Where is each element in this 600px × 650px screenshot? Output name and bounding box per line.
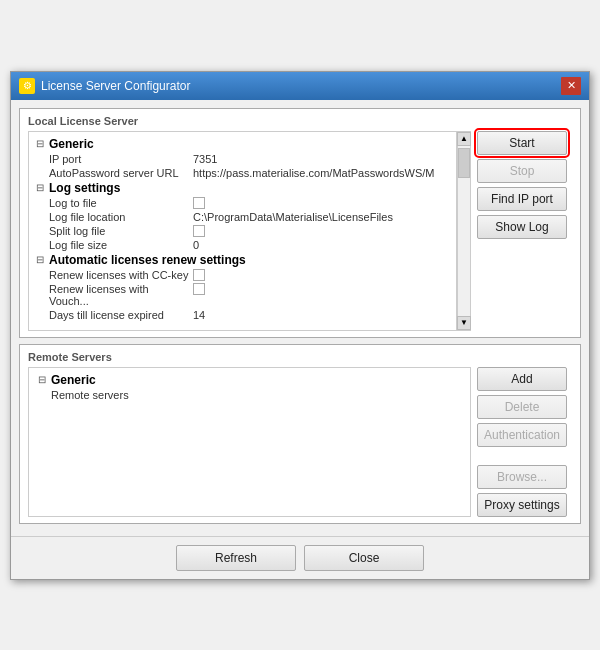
close-icon[interactable]: ✕ bbox=[561, 77, 581, 95]
remote-buttons-col: Add Delete Authentication Browse... Prox… bbox=[477, 367, 572, 517]
generic-toggle[interactable]: ⊟ bbox=[35, 138, 45, 149]
bottom-bar: Refresh Close bbox=[11, 536, 589, 579]
main-window: ⚙ License Server Configurator ✕ Local Li… bbox=[10, 71, 590, 580]
log-file-size-val: 0 bbox=[193, 239, 436, 251]
log-settings-label: Log settings bbox=[49, 181, 120, 195]
window-icon: ⚙ bbox=[19, 78, 35, 94]
titlebar: ⚙ License Server Configurator ✕ bbox=[11, 72, 589, 100]
autopassword-key: AutoPassword server URL bbox=[49, 167, 189, 179]
scroll-thumb[interactable] bbox=[458, 148, 470, 178]
titlebar-left: ⚙ License Server Configurator bbox=[19, 78, 190, 94]
renew-cc-row: Renew licenses with CC-key bbox=[31, 268, 454, 282]
local-license-server-section: Local License Server ⊟ Generic IP port 7… bbox=[19, 108, 581, 338]
ip-port-val: 7351 bbox=[193, 153, 436, 165]
close-button[interactable]: Close bbox=[304, 545, 424, 571]
scroll-down-arrow[interactable]: ▼ bbox=[457, 316, 471, 330]
renew-cc-key: Renew licenses with CC-key bbox=[49, 269, 189, 281]
split-log-row: Split log file bbox=[31, 224, 454, 238]
local-buttons-col: Start Stop Find IP port Show Log bbox=[477, 131, 572, 331]
ip-port-key: IP port bbox=[49, 153, 189, 165]
autopassword-val: https://pass.materialise.com/MatPassword… bbox=[193, 167, 436, 179]
show-log-button[interactable]: Show Log bbox=[477, 215, 567, 239]
renew-vouch-key: Renew licenses with Vouch... bbox=[49, 283, 189, 307]
remote-section-label: Remote Servers bbox=[28, 351, 572, 363]
find-ip-button[interactable]: Find IP port bbox=[477, 187, 567, 211]
log-file-size-row: Log file size 0 bbox=[31, 238, 454, 252]
auto-renew-toggle[interactable]: ⊟ bbox=[35, 254, 45, 265]
local-section-inner: ⊟ Generic IP port 7351 AutoPassword serv… bbox=[28, 131, 572, 331]
log-file-location-row: Log file location C:\ProgramData\Materia… bbox=[31, 210, 454, 224]
scroll-up-arrow[interactable]: ▲ bbox=[457, 132, 471, 146]
log-to-file-key: Log to file bbox=[49, 197, 189, 209]
remote-section-inner: ⊟ Generic Remote servers Add Delete Auth… bbox=[28, 367, 572, 517]
split-log-checkbox[interactable] bbox=[193, 225, 205, 237]
days-expired-key: Days till license expired bbox=[49, 309, 189, 321]
renew-cc-checkbox[interactable] bbox=[193, 269, 205, 281]
add-button[interactable]: Add bbox=[477, 367, 567, 391]
remote-tree-area[interactable]: ⊟ Generic Remote servers bbox=[28, 367, 471, 517]
proxy-settings-button[interactable]: Proxy settings bbox=[477, 493, 567, 517]
auto-renew-label: Automatic licenses renew settings bbox=[49, 253, 246, 267]
ip-port-row: IP port 7351 bbox=[31, 152, 454, 166]
days-expired-val: 14 bbox=[193, 309, 436, 321]
local-tree-area[interactable]: ⊟ Generic IP port 7351 AutoPassword serv… bbox=[28, 131, 457, 331]
log-file-location-val: C:\ProgramData\Materialise\LicenseFiles bbox=[193, 211, 436, 223]
authentication-button: Authentication bbox=[477, 423, 567, 447]
renew-vouch-row: Renew licenses with Vouch... bbox=[31, 282, 454, 308]
local-scrollbar[interactable]: ▲ ▼ bbox=[457, 131, 471, 331]
delete-button: Delete bbox=[477, 395, 567, 419]
auto-renew-header-row: ⊟ Automatic licenses renew settings bbox=[31, 252, 454, 268]
renew-vouch-checkbox[interactable] bbox=[193, 283, 205, 295]
remote-servers-section: Remote Servers ⊟ Generic Remote servers … bbox=[19, 344, 581, 524]
window-title: License Server Configurator bbox=[41, 79, 190, 93]
log-settings-header-row: ⊟ Log settings bbox=[31, 180, 454, 196]
stop-button: Stop bbox=[477, 159, 567, 183]
local-tree-container: ⊟ Generic IP port 7351 AutoPassword serv… bbox=[28, 131, 471, 331]
remote-generic-toggle[interactable]: ⊟ bbox=[37, 374, 47, 385]
log-settings-toggle[interactable]: ⊟ bbox=[35, 182, 45, 193]
window-body: Local License Server ⊟ Generic IP port 7… bbox=[11, 100, 589, 532]
remote-generic-label: Generic bbox=[51, 373, 96, 387]
log-file-location-key: Log file location bbox=[49, 211, 189, 223]
remote-servers-key: Remote servers bbox=[51, 389, 151, 401]
remote-servers-row: Remote servers bbox=[33, 388, 466, 402]
browse-button: Browse... bbox=[477, 465, 567, 489]
local-section-label: Local License Server bbox=[28, 115, 572, 127]
generic-header-row: ⊟ Generic bbox=[31, 136, 454, 152]
log-to-file-checkbox[interactable] bbox=[193, 197, 205, 209]
start-button[interactable]: Start bbox=[477, 131, 567, 155]
split-log-key: Split log file bbox=[49, 225, 189, 237]
generic-label: Generic bbox=[49, 137, 94, 151]
days-expired-row: Days till license expired 14 bbox=[31, 308, 454, 322]
refresh-button[interactable]: Refresh bbox=[176, 545, 296, 571]
remote-generic-header-row: ⊟ Generic bbox=[33, 372, 466, 388]
autopassword-row: AutoPassword server URL https://pass.mat… bbox=[31, 166, 454, 180]
log-file-size-key: Log file size bbox=[49, 239, 189, 251]
log-to-file-row: Log to file bbox=[31, 196, 454, 210]
